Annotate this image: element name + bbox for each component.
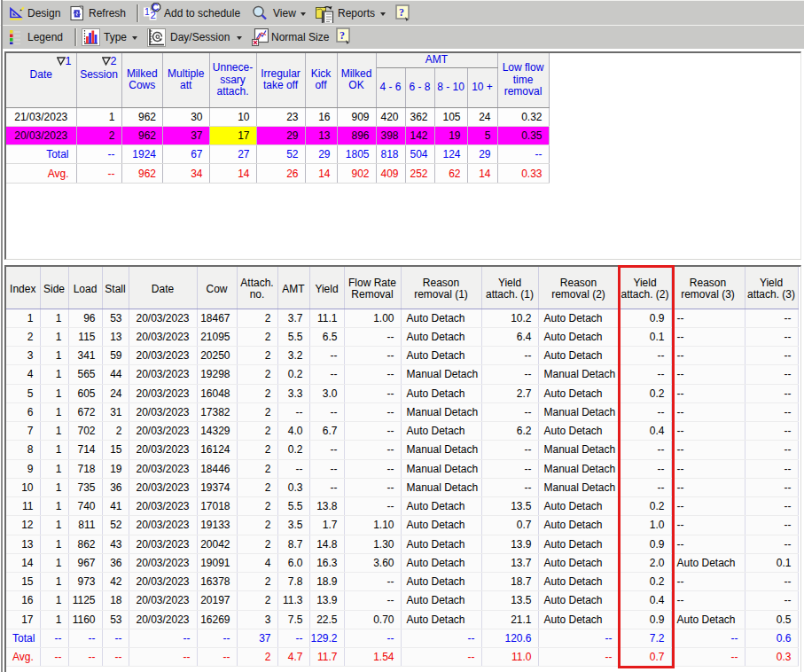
svg-text:?: ? xyxy=(340,29,345,42)
svg-text:?: ? xyxy=(399,6,404,19)
svg-text:1: 1 xyxy=(144,6,150,17)
